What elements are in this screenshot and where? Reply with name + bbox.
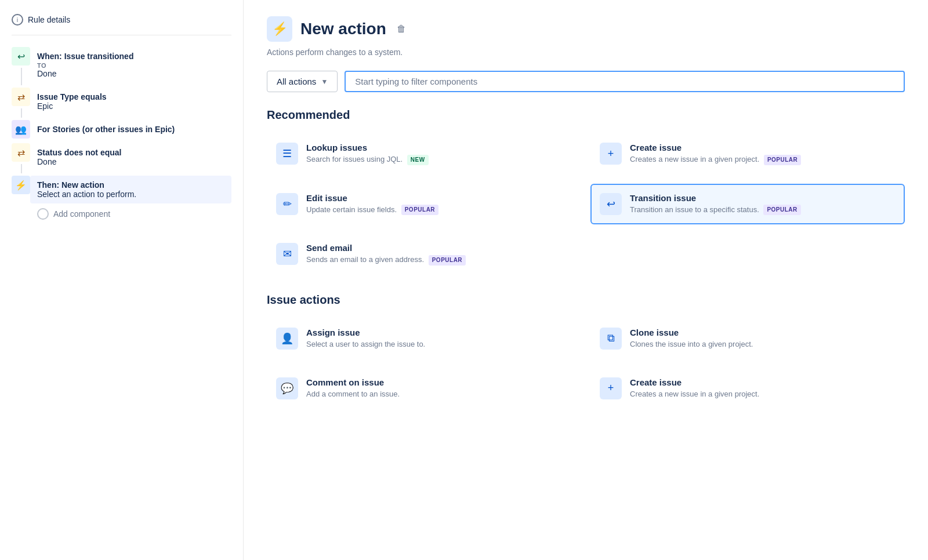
action-body-send-email: Send email Sends an email to a given add…	[306, 243, 572, 266]
search-input[interactable]	[345, 71, 905, 92]
action-body-assign-issue: Assign issue Select a user to assign the…	[306, 328, 572, 350]
action-card-assign-issue[interactable]: 👤 Assign issue Select a user to assign t…	[267, 318, 581, 359]
add-component-icon	[37, 208, 49, 220]
workflow-title: Issue Type equals	[37, 92, 231, 101]
workflow-icon-when: ↩	[12, 47, 30, 66]
action-card-transition-issue[interactable]: ↩ Transition issue Transition an issue t…	[590, 184, 905, 225]
action-body-edit-issue: Edit issue Update certain issue fields. …	[306, 193, 572, 216]
workflow-item-then[interactable]: ⚡ Then: New action Select an action to p…	[12, 176, 231, 203]
action-title: Create issue	[630, 377, 896, 387]
main-panel: ⚡ New action 🗑 Actions perform changes t…	[244, 0, 928, 560]
action-icon-comment-on-issue: 💬	[276, 377, 298, 399]
badge-popular: POPULAR	[764, 155, 801, 165]
action-card-lookup-issues[interactable]: ☰ Lookup issues Search for issues using …	[267, 133, 581, 174]
action-icon-assign-issue: 👤	[276, 328, 298, 350]
workflow-icon-for: 👥	[12, 120, 30, 139]
action-body-transition-issue: Transition issue Transition an issue to …	[630, 193, 896, 216]
action-card-create-issue[interactable]: + Create issue Creates a new issue in a …	[590, 133, 905, 174]
workflow-icon-condition2: ⇄	[12, 143, 30, 162]
action-icon-transition-issue: ↩	[600, 193, 622, 215]
action-icon-lookup-issues: ☰	[276, 143, 298, 165]
workflow-row: 👥 For Stories (or other issues in Epic)	[12, 120, 231, 139]
workflow-icon-condition1: ⇄	[12, 88, 30, 106]
workflow-value: Done	[37, 69, 231, 78]
badge-popular: POPULAR	[429, 255, 466, 266]
action-card-send-email[interactable]: ✉ Send email Sends an email to a given a…	[267, 234, 581, 275]
recommended-section-title: Recommended	[267, 108, 905, 122]
action-title: Comment on issue	[306, 377, 572, 387]
info-icon: i	[12, 14, 23, 26]
add-component-button[interactable]: Add component	[37, 208, 231, 220]
add-component-label: Add component	[53, 209, 110, 219]
action-body-create-issue2: Create issue Creates a new issue in a gi…	[630, 377, 896, 399]
action-title: Clone issue	[630, 328, 896, 337]
filter-bar: All actions ▼	[267, 71, 905, 92]
action-desc: Add a comment to an issue.	[306, 389, 572, 399]
issue-actions-section-title: Issue actions	[267, 293, 905, 307]
workflow-row: ⇄ Status does not equal Done	[12, 143, 231, 171]
workflow-value: Epic	[37, 101, 231, 111]
action-card-edit-issue[interactable]: ✏ Edit issue Update certain issue fields…	[267, 184, 581, 225]
action-title: Assign issue	[306, 328, 572, 337]
workflow-title: Status does not equal	[37, 148, 231, 157]
action-desc: Creates a new issue in a given project. …	[630, 154, 896, 165]
delete-icon[interactable]: 🗑	[397, 24, 406, 34]
badge-popular: POPULAR	[763, 205, 800, 215]
page-header: ⚡ New action 🗑	[267, 16, 905, 42]
workflow-icon-then: ⚡	[12, 176, 30, 194]
workflow-list: ↩ When: Issue transitioned TO Done ⇄ Iss…	[12, 47, 231, 203]
action-card-comment-on-issue[interactable]: 💬 Comment on issue Add a comment to an i…	[267, 368, 581, 409]
workflow-content-condition2: Status does not equal Done	[37, 143, 231, 171]
page-title: New action	[300, 20, 386, 38]
workflow-item-when[interactable]: ↩ When: Issue transitioned TO Done	[12, 47, 231, 83]
action-desc: Transition an issue to a specific status…	[630, 205, 896, 216]
action-card-create-issue2[interactable]: + Create issue Creates a new issue in a …	[590, 368, 905, 409]
action-icon-clone-issue: ⧉	[600, 328, 622, 350]
action-icon-edit-issue: ✏	[276, 193, 298, 215]
action-icon-send-email: ✉	[276, 243, 298, 265]
badge-popular: POPULAR	[401, 205, 438, 215]
action-title: Transition issue	[630, 193, 896, 203]
rule-details[interactable]: i Rule details	[12, 14, 231, 35]
action-body-create-issue: Create issue Creates a new issue in a gi…	[630, 143, 896, 165]
action-body-comment-on-issue: Comment on issue Add a comment to an iss…	[306, 377, 572, 399]
workflow-row: ↩ When: Issue transitioned TO Done	[12, 47, 231, 83]
page-subtitle: Actions perform changes to a system.	[267, 48, 905, 57]
action-body-clone-issue: Clone issue Clones the issue into a give…	[630, 328, 896, 350]
action-icon-create-issue: +	[600, 143, 622, 165]
workflow-sublabel: TO	[37, 62, 231, 69]
page-header-icon: ⚡	[267, 16, 292, 42]
workflow-title: Then: New action	[37, 180, 224, 190]
workflow-item-for[interactable]: 👥 For Stories (or other issues in Epic)	[12, 120, 231, 139]
workflow-title: For Stories (or other issues in Epic)	[37, 125, 231, 134]
workflow-item-condition2[interactable]: ⇄ Status does not equal Done	[12, 143, 231, 171]
action-desc: Select a user to assign the issue to.	[306, 339, 572, 350]
badge-new: NEW	[407, 155, 429, 165]
action-icon-create-issue2: +	[600, 377, 622, 399]
action-desc: Sends an email to a given address. POPUL…	[306, 254, 572, 266]
workflow-row: ⚡ Then: New action Select an action to p…	[12, 176, 231, 203]
workflow-title: When: Issue transitioned	[37, 52, 231, 61]
action-desc: Search for issues using JQL. NEW	[306, 154, 572, 165]
dropdown-label: All actions	[277, 77, 316, 86]
action-desc: Creates a new issue in a given project.	[630, 389, 896, 399]
workflow-content-then: Then: New action Select an action to per…	[30, 176, 231, 203]
connector-line	[21, 68, 22, 85]
workflow-item-condition1[interactable]: ⇄ Issue Type equals Epic	[12, 88, 231, 115]
action-title: Lookup issues	[306, 143, 572, 152]
action-title: Edit issue	[306, 193, 572, 203]
actions-filter-dropdown[interactable]: All actions ▼	[267, 71, 338, 92]
connector-line	[21, 108, 22, 118]
workflow-value: Select an action to perform.	[37, 190, 224, 199]
workflow-value: Done	[37, 157, 231, 166]
workflow-content-when: When: Issue transitioned TO Done	[37, 47, 231, 83]
workflow-content-for: For Stories (or other issues in Epic)	[37, 120, 231, 139]
rule-details-label: Rule details	[28, 15, 70, 24]
connector-line	[21, 164, 22, 173]
action-body-lookup-issues: Lookup issues Search for issues using JQ…	[306, 143, 572, 165]
issue-actions-cards-grid: 👤 Assign issue Select a user to assign t…	[267, 318, 905, 409]
action-title: Create issue	[630, 143, 896, 152]
action-desc: Update certain issue fields. POPULAR	[306, 205, 572, 216]
action-card-clone-issue[interactable]: ⧉ Clone issue Clones the issue into a gi…	[590, 318, 905, 359]
action-desc: Clones the issue into a given project.	[630, 339, 896, 350]
